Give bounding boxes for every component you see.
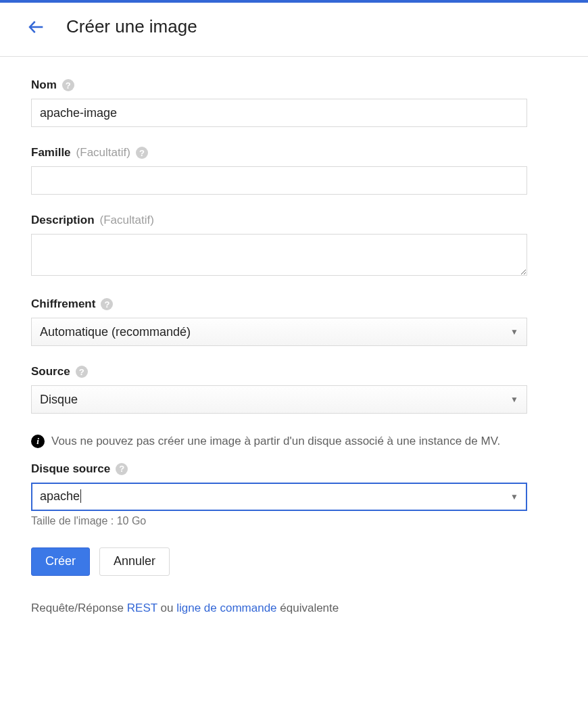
cli-link[interactable]: ligne de commande — [176, 602, 276, 614]
source-disk-hint: Taille de l'image : 10 Go — [31, 515, 527, 527]
encryption-select[interactable]: Automatique (recommandé) ▼ — [31, 318, 527, 346]
field-family: Famille (Facultatif) ? — [31, 146, 527, 195]
label-description: Description (Facultatif) — [31, 214, 527, 227]
footer-suffix: équivalente — [277, 602, 339, 614]
info-icon: i — [31, 435, 45, 448]
field-source-disk: Disque source ? apache ▼ Taille de l'ima… — [31, 462, 527, 527]
page-title: Créer une image — [66, 16, 197, 37]
help-icon[interactable]: ? — [62, 79, 74, 91]
name-input[interactable] — [31, 99, 527, 127]
label-family-text: Famille — [31, 146, 71, 160]
label-source: Source ? — [31, 365, 527, 378]
help-icon[interactable]: ? — [116, 463, 128, 475]
source-disk-value: apache — [40, 489, 81, 504]
label-source-text: Source — [31, 365, 70, 378]
button-row: Créer Annuler — [31, 547, 527, 576]
source-disk-select[interactable]: apache ▼ — [31, 483, 527, 511]
label-encryption: Chiffrement ? — [31, 297, 527, 311]
rest-link[interactable]: REST — [127, 602, 157, 614]
source-select[interactable]: Disque ▼ — [31, 385, 527, 414]
label-description-text: Description — [31, 214, 95, 227]
help-icon[interactable]: ? — [76, 366, 88, 378]
footer-prefix: Requête/Réponse — [31, 602, 127, 614]
label-description-optional: (Facultatif) — [100, 214, 154, 227]
description-textarea[interactable] — [31, 234, 527, 276]
family-input[interactable] — [31, 166, 527, 195]
label-family-optional: (Facultatif) — [76, 146, 130, 160]
cancel-button[interactable]: Annuler — [99, 547, 170, 576]
footer-middle: ou — [157, 602, 176, 614]
help-icon[interactable]: ? — [136, 147, 148, 159]
field-source: Source ? Disque ▼ — [31, 365, 527, 414]
create-button[interactable]: Créer — [31, 547, 90, 576]
form-container: Nom ? Famille (Facultatif) ? Description… — [0, 57, 554, 642]
footer-equivalent: Requête/Réponse REST ou ligne de command… — [31, 602, 527, 615]
page-header: Créer une image — [0, 3, 588, 57]
field-description: Description (Facultatif) — [31, 214, 527, 278]
label-name-text: Nom — [31, 78, 57, 92]
help-icon[interactable]: ? — [101, 298, 113, 310]
field-name: Nom ? — [31, 78, 527, 127]
chevron-down-icon: ▼ — [510, 492, 518, 502]
chevron-down-icon: ▼ — [510, 327, 518, 337]
source-value: Disque — [40, 393, 78, 407]
field-encryption: Chiffrement ? Automatique (recommandé) ▼ — [31, 297, 527, 346]
label-name: Nom ? — [31, 78, 527, 92]
info-message-text: Vous ne pouvez pas créer une image à par… — [51, 433, 500, 450]
label-encryption-text: Chiffrement — [31, 297, 95, 311]
label-source-disk-text: Disque source — [31, 462, 110, 476]
encryption-value: Automatique (recommandé) — [40, 325, 191, 339]
chevron-down-icon: ▼ — [510, 395, 518, 404]
info-message: i Vous ne pouvez pas créer une image à p… — [31, 433, 527, 450]
label-source-disk: Disque source ? — [31, 462, 527, 476]
back-arrow-icon[interactable] — [27, 18, 46, 36]
label-family: Famille (Facultatif) ? — [31, 146, 527, 160]
